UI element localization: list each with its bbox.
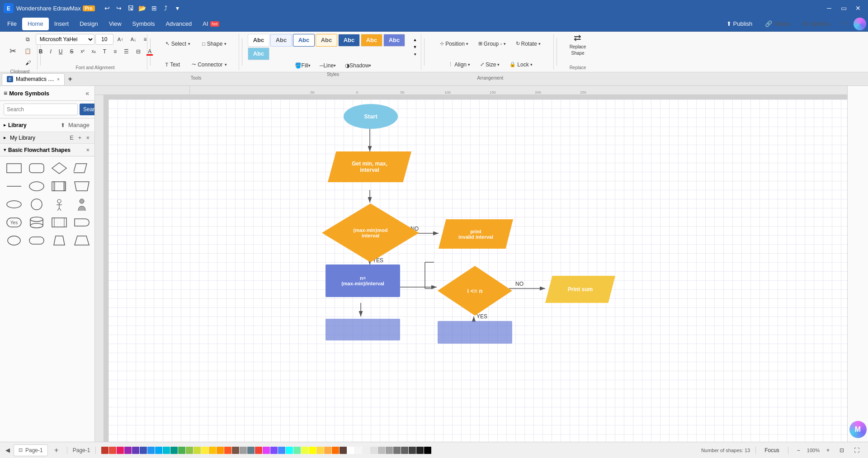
group-btn[interactable]: ⊞ Group - ▾ — [474, 34, 510, 54]
restore-btn[interactable]: ▭ — [837, 4, 850, 13]
style-sample-2[interactable]: Abc — [293, 34, 315, 47]
color-swatch[interactable] — [155, 447, 162, 454]
options-btn[interactable]: ⚙ Options — [797, 18, 835, 30]
color-swatch[interactable] — [178, 447, 185, 454]
shape-oval2[interactable] — [4, 232, 24, 249]
page-nav-left[interactable]: ◀ — [5, 447, 10, 453]
color-swatch[interactable] — [247, 447, 255, 454]
copy-btn[interactable]: ⧉ — [21, 34, 34, 45]
shape-n-calc[interactable]: n=(max-min)/interval — [326, 264, 400, 297]
shape-btn[interactable]: □ Shape ▾ — [197, 34, 231, 54]
canvas[interactable]: NO YES NO YES — [108, 99, 847, 442]
color-swatch[interactable] — [293, 447, 301, 454]
shadow-btn[interactable]: ◑ Shadow ▾ — [342, 60, 374, 71]
color-swatch[interactable] — [378, 447, 385, 454]
shape-rounded2[interactable] — [26, 232, 47, 249]
subscript-btn[interactable]: x₂ — [89, 46, 99, 57]
add-page-btn[interactable]: + — [52, 445, 61, 455]
shape-rounded-rect[interactable] — [26, 160, 47, 176]
shape-delay[interactable] — [71, 214, 92, 231]
tab-add-btn[interactable]: + — [65, 74, 75, 85]
text-btn[interactable]: T Text — [160, 55, 185, 75]
numbering-btn[interactable]: ☰ — [121, 46, 132, 57]
connector-btn[interactable]: ⤳ Connector ▾ — [187, 55, 231, 75]
increase-font-btn[interactable]: A↑ — [114, 34, 127, 45]
tab-mathematics[interactable]: E Mathematics .... × — [2, 73, 65, 85]
help-btn[interactable]: ? — [838, 18, 851, 30]
color-swatch[interactable] — [301, 447, 308, 454]
color-swatch[interactable] — [278, 447, 285, 454]
zoom-out-btn[interactable]: − — [794, 445, 803, 456]
color-swatch[interactable] — [124, 447, 132, 454]
color-swatch[interactable] — [332, 447, 339, 454]
search-button[interactable]: Search — [80, 104, 95, 115]
style-sample-6[interactable]: Abc — [383, 34, 405, 47]
color-swatch[interactable] — [117, 447, 124, 454]
canvas-wrapper[interactable]: NO YES NO YES — [95, 95, 847, 442]
indent-btn[interactable]: ⊟ — [133, 46, 144, 57]
color-swatch[interactable] — [109, 447, 116, 454]
search-input[interactable] — [4, 104, 78, 115]
color-swatch[interactable] — [209, 447, 216, 454]
style-sample-5[interactable]: Abc — [361, 34, 382, 47]
color-swatch[interactable] — [316, 447, 324, 454]
shape-manual-op[interactable] — [71, 178, 92, 194]
shape-cylinder[interactable] — [26, 214, 47, 231]
share-btn[interactable]: 🔗 Share — [760, 18, 795, 30]
flowchart-close-btn[interactable]: × — [85, 146, 91, 154]
shape-bottom-rect2[interactable] — [438, 321, 512, 344]
color-swatch[interactable] — [255, 447, 262, 454]
color-swatch[interactable] — [401, 447, 408, 454]
menu-symbols[interactable]: Symbols — [127, 18, 160, 30]
shape-ellipse2[interactable] — [26, 178, 47, 194]
my-library-export-btn[interactable]: E — [68, 134, 75, 142]
shape-rectangle[interactable] — [4, 160, 24, 176]
title-share[interactable]: ⤴ — [160, 2, 172, 14]
color-swatch[interactable] — [363, 447, 370, 454]
color-swatch[interactable] — [224, 447, 231, 454]
tab-close-btn[interactable]: × — [57, 76, 60, 82]
color-swatch[interactable] — [370, 447, 377, 454]
title-save[interactable]: 🖫 — [125, 2, 137, 14]
color-swatch[interactable] — [193, 447, 201, 454]
size-btn[interactable]: ⤢ Size ▾ — [476, 55, 504, 75]
zoom-in-btn[interactable]: + — [823, 445, 833, 456]
color-swatch[interactable] — [286, 447, 293, 454]
color-swatch[interactable] — [355, 447, 362, 454]
strikethrough-btn[interactable]: S — [66, 46, 76, 57]
color-swatch[interactable] — [324, 447, 331, 454]
publish-btn[interactable]: ⬆ Publish — [722, 18, 758, 30]
italic-btn[interactable]: I — [47, 46, 54, 57]
replace-shape-btn[interactable]: ⇄ Replace Shape — [566, 34, 590, 54]
focus-btn[interactable]: Focus — [761, 445, 783, 456]
manage-btn[interactable]: Manage — [67, 121, 91, 129]
title-open[interactable]: 📂 — [137, 2, 148, 14]
shape-parallelogram2[interactable] — [71, 160, 92, 176]
menu-insert[interactable]: Insert — [49, 18, 75, 30]
style-sample-7[interactable]: Abc — [248, 47, 269, 60]
panel-collapse-btn[interactable]: « — [84, 89, 91, 98]
line-btn[interactable]: ─ Line ▾ — [316, 60, 339, 71]
flowchart-expand-icon[interactable]: ▾ — [4, 147, 6, 153]
title-template[interactable]: ⊞ — [148, 2, 160, 14]
color-swatch[interactable] — [309, 447, 316, 454]
font-family-select[interactable]: Microsoft YaHei — [36, 34, 94, 45]
color-swatch[interactable] — [140, 447, 147, 454]
style-sample-0[interactable]: Abc — [248, 34, 269, 47]
menu-design[interactable]: Design — [74, 18, 103, 30]
color-swatch[interactable] — [163, 447, 170, 454]
close-btn[interactable]: ✕ — [852, 4, 864, 13]
paste-btn[interactable]: 📋 — [21, 46, 34, 57]
color-swatch[interactable] — [424, 447, 431, 454]
account-btn[interactable] — [854, 18, 866, 30]
select-btn[interactable]: ↖ Select ▾ — [160, 34, 195, 54]
shape-invalid[interactable]: printinvalid interval — [439, 219, 513, 249]
color-swatch[interactable] — [132, 447, 139, 454]
shape-line[interactable] — [4, 178, 24, 194]
color-swatch[interactable] — [101, 447, 108, 454]
color-swatch[interactable] — [186, 447, 193, 454]
styles-scroll-down[interactable]: ▼ — [412, 44, 418, 50]
lock-btn[interactable]: 🔒 Lock ▾ — [505, 55, 536, 75]
fit-btn[interactable]: ⊡ — [836, 445, 847, 456]
fullscreen-btn[interactable]: ⛶ — [851, 445, 863, 456]
